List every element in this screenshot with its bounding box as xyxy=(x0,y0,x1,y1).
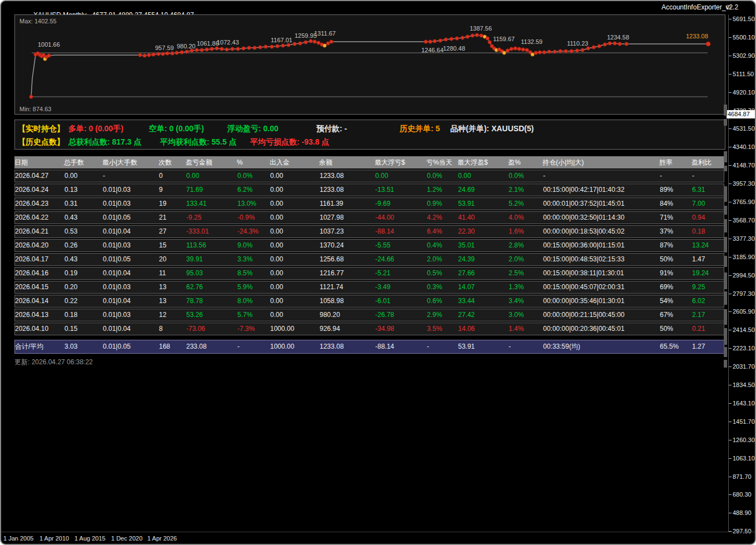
equity-point-label: 1001.66 xyxy=(38,41,60,48)
table-row: 2026.04.220.430.01|0.0521-9.25-0.9%0.001… xyxy=(14,211,724,224)
price-scale-tick xyxy=(729,220,732,221)
equity-dot xyxy=(581,48,584,52)
table-cell: -333.01 xyxy=(186,226,209,237)
table-cell: 0.01|0.05 xyxy=(103,340,131,353)
equity-dot xyxy=(608,42,611,45)
equity-dot xyxy=(518,47,521,51)
table-cell: -73.06 xyxy=(186,323,205,335)
table-cell: 2.8% xyxy=(509,240,524,251)
table-cell: 168 xyxy=(159,340,170,353)
equity-dot xyxy=(205,48,208,51)
equity-point-label: 1311.67 xyxy=(314,30,336,37)
price-scale-label: 5111.50 xyxy=(733,71,754,77)
table-cell: 0.01|0.05 xyxy=(103,254,131,265)
table-cell: 0.00 xyxy=(270,226,283,237)
table-cell: 2.0% xyxy=(509,254,524,265)
equity-dot xyxy=(304,41,307,44)
equity-dot xyxy=(231,47,234,51)
table-cell: 12 xyxy=(159,309,166,321)
table-cell: 0.01|0.03 xyxy=(103,309,131,321)
smiley-icon[interactable]: ☺ xyxy=(724,2,732,11)
table-cell: 0.01|0.04 xyxy=(103,323,131,335)
table-cell: 11 xyxy=(159,267,166,279)
table-row: 2026.04.270.00-00.000.0%0.001233.080.000… xyxy=(14,170,724,182)
table-cell: 1216.77 xyxy=(320,267,344,279)
table-cell: 19.24 xyxy=(692,267,709,279)
equity-curve-panel[interactable]: 1001.66957.59980.201061.861072.431167.01… xyxy=(14,14,725,115)
table-cell: 20 xyxy=(159,254,166,265)
daily-stats-table: 日期总手数最小|大手数次数盈亏金额%出入金余额最大浮亏$亏%当天最大浮盈$盈%持… xyxy=(14,156,724,354)
table-cell: 00:15:00|00:42:17|01:40:32 xyxy=(543,184,624,196)
equity-max-label: Max: 1402.55 xyxy=(19,18,57,24)
table-header-cell: 最小|大手数 xyxy=(102,156,137,169)
table-cell: 19 xyxy=(159,198,166,210)
price-scale-label: 488.90 xyxy=(733,509,752,516)
price-scale-label: 5302.90 xyxy=(733,52,755,59)
table-cell: 2026.04.21 xyxy=(15,226,48,237)
price-scale-label: 5691.50 xyxy=(733,16,755,22)
table-cell: 2026.04.27 xyxy=(15,170,48,182)
equity-dot xyxy=(47,54,51,57)
price-scale-tick xyxy=(729,366,732,367)
price-scale-label: 2994.50 xyxy=(733,272,755,279)
time-axis-label: 1 Apr 2010 xyxy=(39,535,69,542)
table-cell: 13.0% xyxy=(237,198,256,210)
table-cell: 65.5% xyxy=(660,340,679,353)
table-cell: -3.49 xyxy=(375,281,390,293)
table-cell: 0.94 xyxy=(692,212,705,224)
table-cell: 2026.04.24 xyxy=(15,184,48,196)
price-scale-label: 4531.50 xyxy=(733,125,755,132)
table-header-cell: 次数 xyxy=(158,156,172,169)
table-cell: 0.0% xyxy=(509,170,524,182)
equity-dot xyxy=(510,47,513,51)
table-cell: 2.5% xyxy=(509,267,524,279)
candle-sliver xyxy=(724,206,727,215)
time-axis-label: 1 Apr 2026 xyxy=(147,535,177,542)
table-cell: 926.94 xyxy=(320,323,340,335)
table-cell: 91% xyxy=(660,267,673,279)
price-scale-label: 297.50 xyxy=(733,528,752,534)
equity-point-label: 1280.48 xyxy=(443,45,465,52)
price-scale-tick xyxy=(729,330,732,330)
equity-dot xyxy=(586,47,590,50)
equity-point-label: 980.20 xyxy=(177,43,196,49)
candle-sliver xyxy=(724,166,727,171)
table-cell: 1037.23 xyxy=(320,226,344,237)
table-cell: 1027.98 xyxy=(320,212,344,224)
table-cell: 13.24 xyxy=(692,240,709,251)
table-header-cell: 出入金 xyxy=(270,156,290,169)
table-cell: -7.3% xyxy=(237,323,255,335)
table-cell: 00:00:00|00:35:46|01:30:01 xyxy=(543,295,624,307)
price-scale-tick xyxy=(729,513,732,513)
candle-sliver xyxy=(724,119,727,126)
table-cell: 67% xyxy=(660,309,673,321)
table-cell: 84% xyxy=(660,198,673,210)
table-cell: 69% xyxy=(660,281,673,293)
table-cell: 53.91 xyxy=(458,198,475,210)
table-cell: 13 xyxy=(159,281,166,293)
table-cell: 7.00 xyxy=(692,198,705,210)
equity-dot xyxy=(488,41,491,44)
table-cell: - xyxy=(237,340,240,353)
table-cell: 2026.04.10 xyxy=(15,323,48,335)
price-scale-tick xyxy=(729,422,732,422)
table-cell: 00:33:59(均) xyxy=(543,340,580,353)
table-row: 2026.04.140.220.01|0.041378.788.0%0.0010… xyxy=(14,295,724,308)
equity-dot xyxy=(531,53,534,56)
table-cell: -26.78 xyxy=(375,309,394,321)
equity-dot xyxy=(270,45,273,48)
table-cell: 0.31 xyxy=(64,198,77,210)
equity-dot xyxy=(152,53,155,56)
equity-dot xyxy=(564,49,568,53)
table-cell: 5.2% xyxy=(509,198,524,210)
history-points-item: 【历史点数】 xyxy=(18,137,64,147)
table-header-cell: 盈% xyxy=(508,156,521,169)
price-scale-label: 1643.10 xyxy=(733,400,755,407)
table-cell: 6.31 xyxy=(692,184,705,196)
equity-dot xyxy=(466,35,469,38)
table-cell: 50% xyxy=(660,254,673,265)
equity-dot xyxy=(559,49,562,53)
table-cell: 5.9% xyxy=(237,281,252,293)
table-cell: - xyxy=(103,170,105,182)
table-cell: 5.7% xyxy=(237,309,252,321)
